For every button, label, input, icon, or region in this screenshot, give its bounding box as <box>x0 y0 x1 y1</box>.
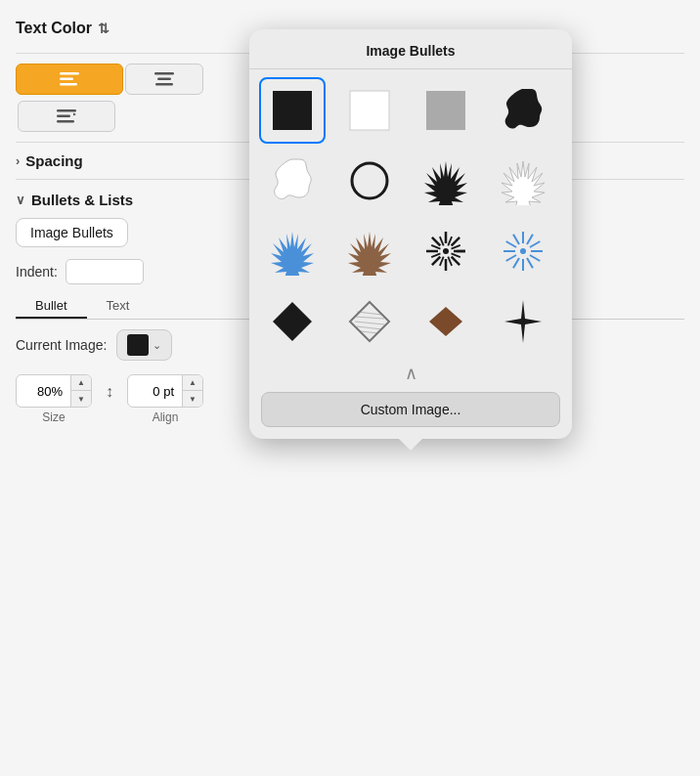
popup-title: Image Bullets <box>249 29 572 69</box>
svg-rect-8 <box>57 120 74 123</box>
indent-input[interactable] <box>66 259 144 284</box>
dropdown-arrow-icon: ⌄ <box>153 339 161 352</box>
svg-line-19 <box>452 257 459 265</box>
size-stepper: ▲ ▼ <box>70 375 91 407</box>
align-stepper: ▲ ▼ <box>182 375 202 407</box>
svg-line-23 <box>432 237 440 245</box>
size-input-wrap: 80% ▲ ▼ <box>16 374 92 408</box>
tab-bullet[interactable]: Bullet <box>16 294 87 319</box>
align-decrement-button[interactable]: ▼ <box>183 391 202 407</box>
align-group: 0 pt ▲ ▼ Align <box>127 374 203 424</box>
svg-rect-5 <box>155 83 173 86</box>
align-increment-button[interactable]: ▲ <box>183 375 202 391</box>
more-indicator: ∧ <box>249 363 572 384</box>
bullet-blue-radial[interactable] <box>492 220 554 282</box>
svg-rect-6 <box>57 109 76 112</box>
svg-marker-9 <box>73 113 76 116</box>
bullets-grid <box>249 79 572 353</box>
text-color-title: Text Color <box>16 20 92 37</box>
current-image-swatch <box>127 334 149 356</box>
svg-rect-7 <box>57 115 70 118</box>
svg-rect-11 <box>350 91 389 130</box>
svg-point-32 <box>520 248 526 254</box>
svg-line-51 <box>361 331 378 333</box>
svg-line-38 <box>527 258 533 268</box>
svg-rect-4 <box>157 78 171 81</box>
tab-text[interactable]: Text <box>87 294 150 319</box>
current-image-selector[interactable]: ⌄ <box>116 329 172 361</box>
svg-rect-1 <box>60 78 73 81</box>
align-center-button[interactable] <box>125 64 203 95</box>
spacing-chevron[interactable]: › <box>16 153 20 168</box>
align-value: 0 pt <box>128 380 182 403</box>
bullet-black-diamond[interactable] <box>261 290 324 353</box>
svg-line-48 <box>355 317 384 319</box>
bullet-black-square[interactable] <box>261 79 324 142</box>
bullet-blue-starburst[interactable] <box>261 220 324 282</box>
align-left-button[interactable] <box>16 64 123 95</box>
bullet-brown-diamond[interactable] <box>415 290 477 353</box>
bullet-white-square[interactable] <box>338 79 401 142</box>
svg-line-35 <box>529 241 539 247</box>
size-label: Size <box>42 410 65 424</box>
align-indent-button[interactable] <box>18 101 115 132</box>
size-increment-button[interactable]: ▲ <box>71 375 91 391</box>
bullets-title: Bullets & Lists <box>31 192 133 208</box>
current-image-label: Current Image: <box>16 337 107 353</box>
bullet-white-starburst[interactable] <box>492 150 554 212</box>
image-bullets-popup: Image Bullets <box>249 29 572 439</box>
svg-rect-10 <box>273 91 312 130</box>
bullet-white-cross[interactable] <box>261 150 324 212</box>
svg-line-34 <box>527 235 533 244</box>
size-group: 80% ▲ ▼ Size <box>16 374 92 424</box>
spacing-title: Spacing <box>25 152 82 169</box>
svg-line-43 <box>505 241 515 247</box>
align-arrow-icon: ↕ <box>106 383 113 401</box>
svg-line-41 <box>505 255 515 261</box>
svg-rect-3 <box>154 72 174 75</box>
svg-rect-2 <box>60 83 77 86</box>
size-decrement-button[interactable]: ▼ <box>71 391 91 407</box>
bullet-sketch-diamond[interactable] <box>338 290 401 353</box>
bullet-black-starburst[interactable] <box>415 150 477 212</box>
svg-line-40 <box>513 258 519 268</box>
bullet-brown-starburst[interactable] <box>338 220 401 282</box>
svg-rect-0 <box>60 72 79 75</box>
size-value: 80% <box>17 380 70 403</box>
image-bullets-dropdown[interactable]: Image Bullets <box>16 218 128 247</box>
popup-arrow <box>399 439 422 451</box>
align-label: Align <box>153 410 179 424</box>
align-input-wrap: 0 pt ▲ ▼ <box>127 374 203 408</box>
svg-line-37 <box>529 255 539 261</box>
bullet-black-radial[interactable] <box>415 220 477 282</box>
svg-rect-12 <box>426 91 465 130</box>
custom-image-button[interactable]: Custom Image... <box>261 392 560 427</box>
svg-line-50 <box>357 326 382 329</box>
bullet-black-cross[interactable] <box>492 79 554 142</box>
svg-line-44 <box>513 235 519 244</box>
bullet-circle-outline[interactable] <box>338 150 401 212</box>
svg-marker-45 <box>273 302 312 341</box>
svg-line-21 <box>432 257 440 265</box>
svg-marker-53 <box>429 307 462 336</box>
svg-line-17 <box>452 237 459 245</box>
svg-point-14 <box>443 248 449 254</box>
bullet-sparkle[interactable] <box>492 290 554 353</box>
bullets-chevron[interactable]: ∨ <box>16 193 25 207</box>
indent-label: Indent: <box>16 264 58 280</box>
text-color-chevron[interactable]: ⇅ <box>98 21 109 36</box>
svg-point-13 <box>352 163 387 198</box>
svg-line-49 <box>355 322 384 324</box>
bullet-gray-square[interactable] <box>415 79 477 142</box>
